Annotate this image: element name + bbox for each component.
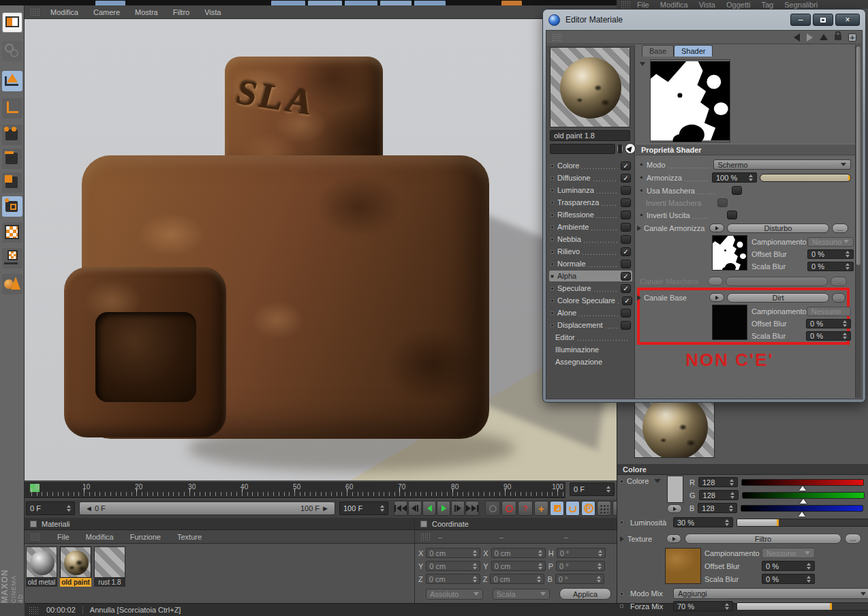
coord-field-scale-x[interactable]: 0 cm bbox=[491, 548, 546, 558]
anim-dot[interactable] bbox=[620, 592, 623, 596]
key-rotation-toggle[interactable] bbox=[565, 501, 580, 516]
spinner-arrows[interactable] bbox=[722, 519, 729, 526]
key-parameter-toggle[interactable]: P bbox=[581, 501, 595, 516]
coord-field-rot-b[interactable]: 0 ° bbox=[555, 574, 604, 584]
anim-dot[interactable] bbox=[640, 163, 643, 166]
material-name[interactable]: old paint bbox=[60, 578, 91, 587]
material-thumbnail[interactable] bbox=[26, 546, 57, 578]
shader-expand-button[interactable] bbox=[666, 534, 681, 543]
channel-row-editor[interactable]: Editor bbox=[549, 332, 632, 343]
b-slider[interactable] bbox=[741, 505, 863, 512]
coord-field-rot-h[interactable]: 0 ° bbox=[557, 548, 606, 558]
menu-camere[interactable]: Camere bbox=[93, 8, 120, 16]
material-preview-large[interactable] bbox=[634, 399, 715, 458]
pick-shader-icon[interactable] bbox=[625, 143, 636, 154]
texture-preview-thumb[interactable] bbox=[665, 548, 701, 584]
viewport-3d[interactable]: SLA bbox=[25, 19, 617, 480]
color-swatch[interactable] bbox=[667, 476, 683, 503]
lock-icon[interactable] bbox=[835, 35, 841, 40]
material-item[interactable]: old paint bbox=[60, 546, 91, 587]
panel-dock-icon[interactable] bbox=[30, 521, 37, 527]
channel-row-diffusione[interactable]: Diffusione bbox=[549, 172, 632, 183]
expander-icon[interactable] bbox=[637, 226, 641, 231]
new-window-icon[interactable]: + bbox=[848, 33, 856, 42]
channel-checkbox[interactable] bbox=[621, 321, 631, 330]
base-shader-thumb[interactable] bbox=[712, 305, 747, 340]
panel-dock-icon[interactable] bbox=[420, 521, 427, 527]
coord-field-scale-z[interactable]: 0 cm bbox=[490, 574, 544, 584]
menu-modifica[interactable]: Modifica bbox=[50, 8, 78, 16]
spinner-arrows[interactable] bbox=[470, 550, 477, 557]
minimize-button[interactable]: – bbox=[790, 14, 811, 26]
dialog-titlebar[interactable]: Editor Materiale – × bbox=[543, 10, 865, 30]
key-position-toggle[interactable]: + bbox=[534, 501, 548, 516]
texture-more-button[interactable]: ... bbox=[845, 534, 861, 544]
material-thumbnail[interactable] bbox=[94, 546, 125, 578]
apply-button[interactable]: Applica bbox=[559, 588, 611, 600]
material-name-field[interactable]: old paint 1.8 bbox=[550, 130, 630, 141]
slider-marker[interactable] bbox=[848, 174, 850, 181]
shader-expand-button[interactable] bbox=[709, 224, 724, 232]
campionamento-dropdown[interactable]: Nessuno bbox=[807, 237, 854, 247]
spinner-arrows[interactable] bbox=[804, 563, 811, 570]
om-menu-file[interactable]: File bbox=[637, 1, 649, 9]
spinner-arrows[interactable] bbox=[804, 576, 811, 583]
channel-checkbox[interactable] bbox=[621, 161, 631, 170]
spinner-arrows[interactable] bbox=[722, 603, 729, 610]
go-to-start-button[interactable] bbox=[394, 501, 407, 516]
panel-grip[interactable] bbox=[621, 1, 632, 8]
current-frame-field[interactable]: 0 F bbox=[26, 502, 75, 515]
channel-checkbox[interactable] bbox=[621, 260, 631, 268]
tab-base[interactable]: Base bbox=[642, 45, 674, 57]
channel-row-assegnazione[interactable]: Assegnazione bbox=[549, 356, 632, 367]
frame-range-slider[interactable]: ◄ 0 F 100 F ► bbox=[79, 502, 335, 515]
frame-field-right[interactable]: 0 F bbox=[570, 482, 615, 496]
channel-checkbox[interactable] bbox=[621, 284, 631, 293]
channel-checkbox[interactable] bbox=[621, 223, 631, 232]
channel-row-ambiente[interactable]: Ambiente bbox=[549, 221, 632, 232]
anim-dot[interactable] bbox=[640, 176, 643, 179]
channel-row-trasparenza[interactable]: Trasparenza bbox=[549, 197, 632, 208]
spinner-arrows[interactable] bbox=[726, 505, 733, 512]
slider-marker[interactable] bbox=[830, 603, 832, 610]
r-value-field[interactable]: 128 bbox=[698, 477, 738, 487]
coord-field-pos-z[interactable]: 0 cm bbox=[426, 574, 480, 584]
channel-row-illuminazione[interactable]: Illuminazione bbox=[549, 344, 632, 355]
shader-quick-expand[interactable] bbox=[617, 144, 623, 154]
canale-maschera-more-button[interactable]: ... bbox=[831, 277, 847, 286]
offset-blur-field[interactable]: 0 % bbox=[762, 561, 815, 571]
menu-mostra[interactable]: Mostra bbox=[135, 8, 158, 16]
scala-blur-field[interactable]: 0 % bbox=[762, 574, 815, 584]
canale-armonizza-more-button[interactable]: ... bbox=[832, 224, 848, 233]
material-name[interactable]: old metal bbox=[26, 578, 57, 587]
spinner-arrows[interactable] bbox=[595, 563, 602, 570]
up-icon[interactable] bbox=[820, 34, 828, 40]
coordinates-header[interactable]: Coordinate bbox=[415, 518, 617, 530]
forward-icon[interactable] bbox=[807, 33, 813, 42]
scrollbar-thumb[interactable] bbox=[856, 46, 861, 265]
inverti-uscita-checkbox[interactable] bbox=[727, 211, 737, 219]
channel-checkbox[interactable] bbox=[621, 211, 631, 219]
mat-menu-modifica[interactable]: Modifica bbox=[86, 533, 114, 541]
spinner-arrows[interactable] bbox=[595, 550, 602, 557]
expand-button[interactable] bbox=[667, 504, 682, 513]
panel-grip[interactable] bbox=[420, 533, 431, 540]
shader-preview-image[interactable] bbox=[650, 59, 730, 142]
anim-dot[interactable] bbox=[620, 604, 623, 608]
channel-checkbox[interactable] bbox=[621, 198, 631, 207]
polygons-mode-icon[interactable] bbox=[2, 172, 22, 193]
offset-blur-field[interactable]: 0 % bbox=[807, 249, 854, 259]
channel-row-alpha[interactable]: Alpha bbox=[549, 271, 632, 281]
offset-blur-field[interactable]: 0 % bbox=[806, 319, 851, 328]
scala-blur-field[interactable]: 0 % bbox=[806, 331, 851, 341]
shader-expand-button[interactable] bbox=[709, 293, 724, 302]
shader-quick-field[interactable] bbox=[550, 144, 615, 154]
material-preview[interactable] bbox=[550, 47, 630, 127]
channel-checkbox[interactable] bbox=[621, 235, 631, 244]
anim-dot[interactable] bbox=[640, 189, 643, 192]
coord-mode-dropdown[interactable]: Assoluto bbox=[426, 589, 483, 600]
layout-icon[interactable] bbox=[2, 12, 22, 33]
timeline-ruler[interactable]: 0 10 20 30 40 50 60 70 80 90 100 bbox=[25, 482, 565, 498]
material-item[interactable]: rust 1.8 bbox=[94, 546, 125, 587]
channel-row-normale[interactable]: Normale bbox=[549, 258, 632, 269]
